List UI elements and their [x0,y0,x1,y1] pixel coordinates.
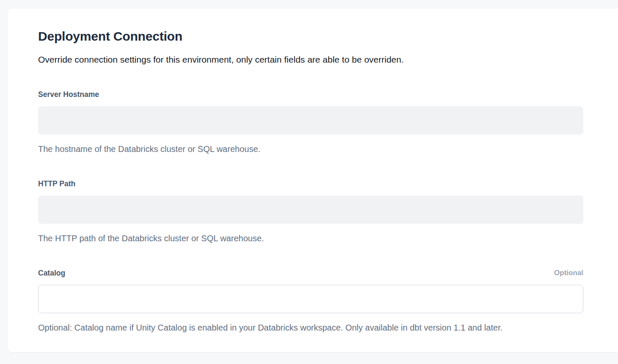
catalog-helper: Optional: Catalog name if Unity Catalog … [38,323,583,333]
server-hostname-label: Server Hostname [38,90,99,99]
optional-badge: Optional [554,268,583,278]
page-subtitle: Override connection settings for this en… [38,54,583,65]
catalog-label-row: Catalog Optional [38,268,583,278]
http-path-label-row: HTTP Path [38,179,583,188]
form-content: Deployment Connection Override connectio… [38,29,583,333]
server-hostname-input [38,106,583,135]
http-path-input [38,196,583,224]
page-title: Deployment Connection [38,29,583,44]
catalog-label: Catalog [38,268,65,278]
field-group-catalog: Catalog Optional Optional: Catalog name … [38,268,583,333]
server-hostname-label-row: Server Hostname [38,90,583,99]
page-background: Deployment Connection Override connectio… [0,0,618,364]
catalog-input[interactable] [38,285,583,313]
server-hostname-helper: The hostname of the Databricks cluster o… [38,144,583,154]
field-group-server-hostname: Server Hostname The hostname of the Data… [38,90,583,154]
http-path-helper: The HTTP path of the Databricks cluster … [38,233,583,244]
field-group-http-path: HTTP Path The HTTP path of the Databrick… [38,179,583,244]
deployment-connection-card: Deployment Connection Override connectio… [8,8,618,352]
http-path-label: HTTP Path [38,179,75,188]
